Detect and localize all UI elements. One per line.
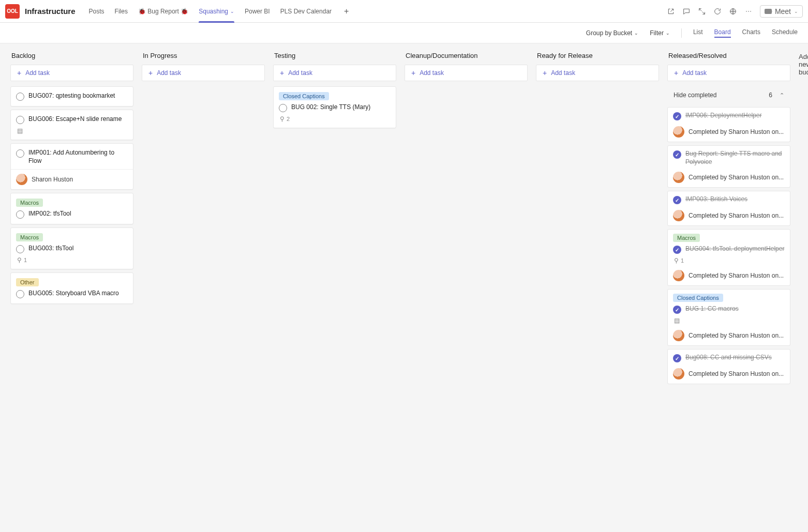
task-card[interactable]: OtherBUG005: Storyboard VBA macro	[10, 272, 133, 304]
app-header: OOL Infrastructure PostsFiles🐞 Bug Repor…	[0, 0, 808, 23]
task-title[interactable]: Bug008: CC and missing CSVs	[685, 354, 772, 362]
task-card[interactable]: MacrosBUG004: tfsTool. deploymentHelper⚲…	[667, 229, 790, 269]
completed-by-text: Completed by Sharon Huston on...	[689, 370, 784, 377]
complete-checkbox[interactable]	[16, 210, 24, 219]
task-title[interactable]: BUG006: Escape+N slide rename	[28, 115, 122, 124]
task-card[interactable]: BUG006: Escape+N slide rename▤	[10, 110, 133, 140]
task-card[interactable]: BUG007: qptesting bookmarket	[10, 86, 133, 107]
planner-board: Backlog + Add task BUG007: qptesting boo…	[0, 43, 808, 532]
channel-tabs: PostsFiles🐞 Bug Report 🐞Squashing⌄Power …	[84, 0, 337, 23]
completed-count: 6	[769, 92, 772, 99]
add-tab-button[interactable]: +	[339, 7, 354, 16]
add-task-label: Add task	[420, 69, 444, 77]
completed-task[interactable]: Bug008: CC and missing CSVsCompleted by …	[667, 349, 790, 384]
completed-by-line: Completed by Sharon Huston on...	[667, 122, 790, 142]
completed-task[interactable]: Bug Report: Single TTS macro and Polyvoi…	[667, 145, 790, 188]
filter-control[interactable]: Filter ⌄	[650, 29, 670, 37]
completed-task[interactable]: IMP006: DeploymentHelperCompleted by Sha…	[667, 107, 790, 142]
more-icon[interactable]	[744, 7, 753, 16]
complete-checkbox[interactable]	[16, 290, 24, 298]
expand-icon[interactable]	[698, 7, 706, 16]
completed-checkmark[interactable]	[673, 306, 681, 314]
completed-by-text: Completed by Sharon Huston on...	[689, 128, 784, 135]
task-card[interactable]: Closed CaptionsBUG 1: CC macros▤	[667, 289, 790, 329]
add-task-button[interactable]: + Add task	[142, 65, 265, 81]
bucket-backlog: Backlog + Add task BUG007: qptesting boo…	[10, 52, 133, 307]
open-external-icon[interactable]	[667, 7, 675, 16]
complete-checkbox[interactable]	[16, 93, 24, 101]
task-title[interactable]: IMP006: DeploymentHelper	[685, 112, 761, 120]
refresh-icon[interactable]	[713, 7, 722, 16]
attachment-icon: ⚲	[280, 115, 285, 123]
completed-checkmark[interactable]	[673, 196, 681, 204]
chat-icon[interactable]	[682, 7, 691, 16]
meet-button[interactable]: Meet ⌄	[760, 5, 803, 18]
task-title[interactable]: BUG004: tfsTool. deploymentHelper	[685, 245, 784, 253]
tab-pls-dev-calendar[interactable]: PLS Dev Calendar	[275, 0, 337, 23]
avatar	[673, 368, 684, 379]
complete-checkbox[interactable]	[16, 245, 24, 253]
task-title[interactable]: BUG005: Storyboard VBA macro	[28, 290, 119, 298]
add-task-button[interactable]: + Add task	[273, 65, 396, 81]
completed-task[interactable]: Closed CaptionsBUG 1: CC macros▤Complete…	[667, 289, 790, 346]
task-title[interactable]: IMP003: British Voices	[685, 195, 747, 204]
task-title[interactable]: BUG 002: Single TTS (Mary)	[291, 103, 370, 112]
chevron-down-icon: ⌄	[794, 9, 798, 14]
group-by-control[interactable]: Group by Bucket ⌄	[586, 29, 638, 37]
task-card[interactable]: MacrosBUG003: tfsTool⚲1	[10, 227, 133, 269]
completed-task[interactable]: IMP003: British VoicesCompleted by Sharo…	[667, 191, 790, 226]
tab-files[interactable]: Files	[110, 0, 133, 23]
completed-task[interactable]: MacrosBUG004: tfsTool. deploymentHelper⚲…	[667, 229, 790, 286]
app-logo: OOL	[5, 4, 20, 19]
task-title[interactable]: BUG007: qptesting bookmarket	[28, 92, 115, 100]
complete-checkbox[interactable]	[16, 116, 24, 124]
globe-icon[interactable]	[729, 7, 737, 16]
task-title[interactable]: BUG003: tfsTool	[28, 245, 73, 253]
completed-checkmark[interactable]	[673, 246, 681, 254]
plus-icon: +	[411, 69, 415, 77]
task-tag: Macros	[16, 199, 43, 207]
complete-checkbox[interactable]	[279, 104, 287, 112]
task-title[interactable]: IMP002: tfsTool	[28, 210, 71, 218]
task-title[interactable]: BUG 1: CC macros	[685, 305, 739, 313]
add-task-button[interactable]: + Add task	[667, 65, 790, 81]
attachment-count: 1	[681, 257, 684, 264]
note-icon: ▤	[17, 127, 23, 134]
task-card[interactable]: Bug Report: Single TTS macro and Polyvoi…	[667, 145, 790, 171]
view-charts[interactable]: Charts	[742, 28, 760, 38]
task-card[interactable]: MacrosIMP002: tfsTool	[10, 193, 133, 224]
task-card[interactable]: Closed CaptionsBUG 002: Single TTS (Mary…	[273, 86, 396, 128]
bucket-ready: Ready for Release + Add task	[536, 52, 659, 86]
hide-completed-toggle[interactable]: Hide completed 6 ⌃	[667, 86, 790, 104]
completed-checkmark[interactable]	[673, 112, 681, 120]
add-bucket-button[interactable]: Add new bucket	[799, 52, 808, 76]
completed-by-text: Completed by Sharon Huston on...	[689, 272, 784, 279]
tab-squashing[interactable]: Squashing⌄	[193, 0, 240, 23]
complete-checkbox[interactable]	[16, 149, 24, 158]
view-list[interactable]: List	[693, 28, 703, 38]
view-board[interactable]: Board	[714, 28, 731, 38]
avatar	[673, 330, 684, 341]
bucket-title: In Progress	[142, 52, 265, 59]
bucket-testing: Testing + Add task Closed CaptionsBUG 00…	[273, 52, 396, 131]
bucket-released: Released/Resolved + Add task Hide comple…	[667, 52, 790, 387]
add-task-label: Add task	[288, 69, 312, 77]
add-task-label: Add task	[157, 69, 181, 77]
attachment-icon: ⚲	[674, 257, 679, 264]
completed-checkmark[interactable]	[673, 354, 681, 362]
completed-checkmark[interactable]	[673, 150, 681, 159]
plus-icon: +	[17, 69, 21, 77]
tab-posts[interactable]: Posts	[84, 0, 110, 23]
avatar	[673, 210, 684, 221]
add-task-button[interactable]: + Add task	[536, 65, 659, 81]
task-tag: Closed Captions	[673, 294, 723, 302]
view-schedule[interactable]: Schedule	[772, 28, 798, 38]
task-tag: Macros	[673, 234, 700, 242]
task-title[interactable]: IMP001: Add Autonumbering to Flow	[28, 149, 128, 165]
tab-power-bi[interactable]: Power BI	[240, 0, 275, 23]
add-task-button[interactable]: + Add task	[405, 65, 528, 81]
add-task-button[interactable]: + Add task	[10, 65, 133, 81]
task-card[interactable]: IMP001: Add Autonumbering to FlowSharon …	[10, 143, 133, 190]
tab--bug-report-[interactable]: 🐞 Bug Report 🐞	[133, 0, 193, 23]
task-title[interactable]: Bug Report: Single TTS macro and Polyvoi…	[685, 150, 785, 166]
